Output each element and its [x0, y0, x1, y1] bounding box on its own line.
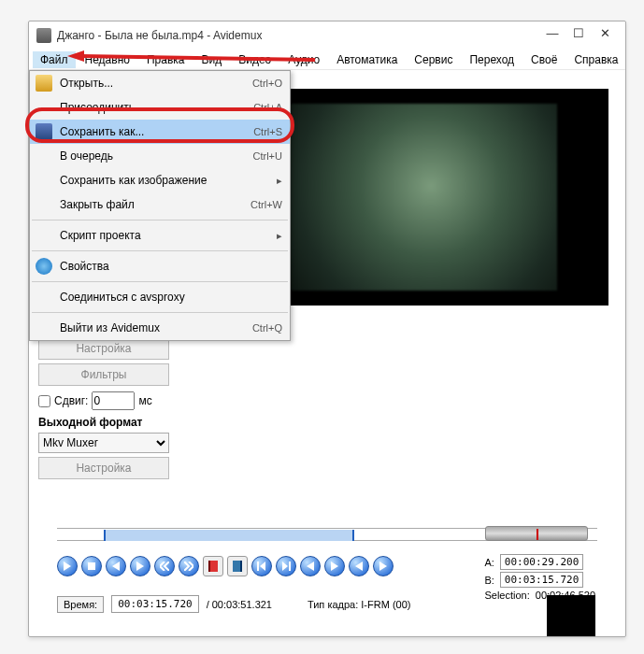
close-button[interactable]: ✕ — [592, 26, 618, 45]
separator — [32, 281, 288, 282]
shift-label: Сдвиг: — [54, 394, 88, 407]
selection-label: Selection: — [484, 590, 529, 601]
menu-project-script[interactable]: Скрипт проекта ▸ — [30, 223, 290, 248]
menu-append[interactable]: Присоединить... Ctrl+A — [30, 95, 290, 120]
status-row: Время: 00:03:15.720 / 00:03:51.321 Тип к… — [57, 595, 410, 613]
preview-frame — [277, 104, 557, 291]
jog-wheel[interactable] — [485, 526, 588, 541]
goto-a-button[interactable] — [300, 556, 321, 576]
file-menu-dropdown: Открыть... Ctrl+O Присоединить... Ctrl+A… — [29, 70, 291, 341]
menu-open[interactable]: Открыть... Ctrl+O — [30, 71, 290, 95]
svg-rect-1 — [257, 562, 259, 571]
shift-unit: мс — [138, 394, 151, 407]
frametype-value: Тип кадра: I-FRM (00) — [308, 599, 411, 610]
chevron-right-icon: ▸ — [277, 175, 282, 187]
chevron-right-icon: ▸ — [277, 230, 282, 242]
separator — [32, 220, 288, 220]
menu-saveas[interactable]: Сохранить как... Ctrl+S — [30, 120, 290, 144]
menu-properties[interactable]: Свойства — [30, 254, 290, 278]
menu-avsproxy[interactable]: Соединиться с avsproxy — [30, 285, 290, 309]
svg-rect-0 — [88, 562, 95, 570]
marker-a-value: 00:00:29.200 — [500, 554, 583, 570]
menu-audio[interactable]: Аудио — [280, 51, 327, 68]
timeline-selection[interactable] — [104, 530, 354, 541]
menu-queue[interactable]: В очередь Ctrl+U — [30, 144, 290, 168]
stop-button[interactable] — [81, 556, 102, 576]
menu-custom[interactable]: Своё — [523, 51, 565, 68]
save-icon — [36, 123, 52, 140]
goto-b-button[interactable] — [324, 556, 345, 576]
marker-a-label: A: — [484, 557, 494, 568]
menu-file[interactable]: Файл — [33, 51, 76, 68]
menu-tools[interactable]: Сервис — [407, 51, 460, 68]
set-marker-b-button[interactable] — [227, 556, 248, 576]
audio-filters-button[interactable]: Фильтры — [38, 363, 169, 386]
separator — [32, 312, 288, 313]
fwd-minute-button[interactable] — [373, 556, 394, 576]
menu-video[interactable]: Видео — [231, 51, 279, 68]
window-title: Джанго - Была не была.mp4 - Avidemux — [57, 29, 539, 42]
time-label: Время: — [57, 596, 104, 613]
preview-thumbnail — [547, 595, 595, 636]
duration-value: / 00:03:51.321 — [207, 599, 272, 610]
menu-quit[interactable]: Выйти из Avidemux Ctrl+Q — [30, 316, 290, 340]
menu-close-file[interactable]: Закрыть файл Ctrl+W — [30, 192, 290, 217]
set-marker-a-button[interactable] — [203, 556, 223, 576]
marker-b-value: 00:03:15.720 — [500, 572, 583, 588]
menu-recent[interactable]: Недавно — [78, 51, 137, 68]
info-icon — [36, 258, 52, 275]
output-configure-button[interactable]: Настройка — [38, 457, 169, 479]
back-minute-button[interactable] — [349, 556, 369, 576]
shift-input[interactable] — [92, 391, 135, 410]
svg-rect-2 — [289, 562, 291, 571]
app-icon — [36, 28, 51, 43]
titlebar: Джанго - Была не была.mp4 - Avidemux — ☐… — [29, 21, 625, 50]
menu-go[interactable]: Переход — [462, 51, 522, 68]
prev-keyframe-button[interactable] — [154, 556, 175, 576]
minimize-button[interactable]: — — [539, 26, 565, 45]
menu-edit[interactable]: Правка — [139, 51, 193, 68]
app-window: Джанго - Была не была.mp4 - Avidemux — ☐… — [28, 21, 626, 637]
goto-start-button[interactable] — [251, 556, 272, 576]
output-format-label: Выходной формат — [38, 416, 203, 429]
menu-view[interactable]: Вид — [194, 51, 230, 68]
time-value[interactable]: 00:03:15.720 — [111, 595, 198, 613]
transport-controls — [57, 556, 394, 576]
separator — [32, 250, 288, 251]
play-button[interactable] — [57, 556, 78, 576]
goto-end-button[interactable] — [276, 556, 296, 576]
next-frame-button[interactable] — [130, 556, 150, 576]
maximize-button[interactable]: ☐ — [565, 26, 592, 45]
output-format-select[interactable]: Mkv Muxer — [38, 433, 169, 453]
next-keyframe-button[interactable] — [179, 556, 199, 576]
menu-help[interactable]: Справка — [566, 51, 625, 68]
menu-auto[interactable]: Автоматика — [329, 51, 405, 68]
marker-b-label: B: — [484, 575, 494, 586]
menu-save-image[interactable]: Сохранить как изображение ▸ — [30, 168, 290, 192]
folder-open-icon — [36, 75, 52, 92]
prev-frame-button[interactable] — [106, 556, 126, 576]
shift-checkbox[interactable] — [38, 395, 50, 407]
menubar: Файл Недавно Правка Вид Видео Аудио Авто… — [29, 50, 625, 70]
